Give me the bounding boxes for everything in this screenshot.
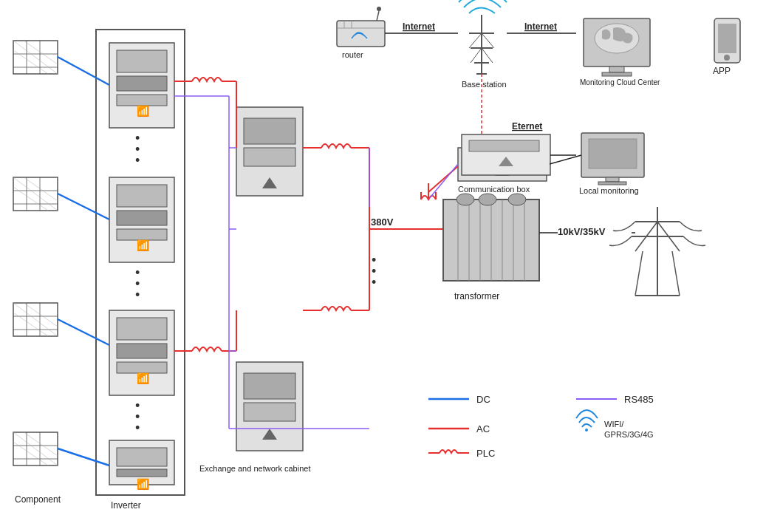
svg-rect-36 xyxy=(117,76,167,91)
inverter-unit-1: 📶 xyxy=(109,43,174,128)
svg-rect-144 xyxy=(609,66,624,72)
svg-point-104 xyxy=(456,194,474,205)
svg-rect-60 xyxy=(117,469,167,477)
component-label: Component xyxy=(15,494,61,505)
comm-box-label: Communication box xyxy=(458,185,530,194)
rs485-legend-label: RS485 xyxy=(624,394,654,405)
svg-rect-45 xyxy=(117,229,167,240)
svg-point-106 xyxy=(508,194,526,205)
app-device xyxy=(714,18,740,63)
exchange-cabinet-label: Exchange and network cabinet xyxy=(199,464,310,473)
svg-rect-52 xyxy=(117,344,167,358)
svg-point-164 xyxy=(585,429,588,432)
svg-rect-145 xyxy=(602,72,632,76)
svg-rect-147 xyxy=(718,24,736,53)
svg-rect-44 xyxy=(117,211,167,225)
eternet-label: Eternet xyxy=(512,121,542,132)
internet-label-1: Internet xyxy=(403,21,435,32)
svg-rect-151 xyxy=(469,140,539,151)
svg-point-105 xyxy=(479,194,496,205)
svg-point-130 xyxy=(377,7,381,11)
inverter-unit-3: 📶 xyxy=(109,310,174,395)
exchange-cabinet-2 xyxy=(236,362,303,451)
svg-text:•: • xyxy=(135,420,140,435)
eternet-device xyxy=(462,134,550,175)
svg-text:📶: 📶 xyxy=(137,372,150,385)
svg-rect-51 xyxy=(117,318,167,340)
svg-rect-71 xyxy=(244,373,295,399)
svg-rect-68 xyxy=(244,148,295,166)
svg-rect-53 xyxy=(117,362,167,373)
svg-text:•: • xyxy=(135,287,140,302)
inverter-unit-2: 📶 xyxy=(109,177,174,262)
svg-rect-67 xyxy=(244,118,295,144)
monitoring-cloud-label: Monitoring Cloud Center xyxy=(580,78,660,86)
router-label: router xyxy=(342,50,363,59)
dc-legend-label: DC xyxy=(476,394,490,405)
wifi-legend-label2: GPRS/3G/4G xyxy=(604,430,654,439)
transformer-label: transformer xyxy=(454,291,499,301)
svg-rect-155 xyxy=(589,139,637,168)
transformer xyxy=(443,194,539,281)
inverter-unit-4: 📶 xyxy=(109,440,174,491)
voltage-10k-label: 10kV/35kV xyxy=(558,226,606,237)
app-label: APP xyxy=(713,66,731,76)
plc-legend-label: PLC xyxy=(476,448,495,459)
wifi-legend-label: WIFI/ xyxy=(604,420,624,429)
svg-rect-35 xyxy=(117,50,167,72)
svg-text:📶: 📶 xyxy=(137,478,150,491)
svg-point-148 xyxy=(724,55,730,61)
inverter-label: Inverter xyxy=(111,500,141,511)
diagram-container: Component Inverter 📶 • • • 📶 • • • 📶 • •… xyxy=(0,0,766,532)
svg-text:📶: 📶 xyxy=(137,105,150,117)
svg-text:•: • xyxy=(135,153,140,168)
svg-rect-43 xyxy=(117,185,167,207)
svg-rect-59 xyxy=(117,448,167,466)
svg-rect-72 xyxy=(244,403,295,421)
base-station-label: Base station xyxy=(462,80,507,89)
svg-text:•: • xyxy=(372,275,376,290)
svg-rect-156 xyxy=(606,177,619,182)
local-monitoring-label: Local monitoring xyxy=(579,186,639,195)
svg-text:📶: 📶 xyxy=(137,239,150,252)
voltage-380-label: 380V xyxy=(371,216,394,228)
exchange-cabinet-1 xyxy=(236,107,303,196)
internet-label-2: Internet xyxy=(524,21,557,32)
svg-rect-157 xyxy=(598,182,626,185)
svg-rect-37 xyxy=(117,95,167,106)
ac-legend-label: AC xyxy=(476,423,490,434)
local-monitoring-device xyxy=(581,133,644,185)
